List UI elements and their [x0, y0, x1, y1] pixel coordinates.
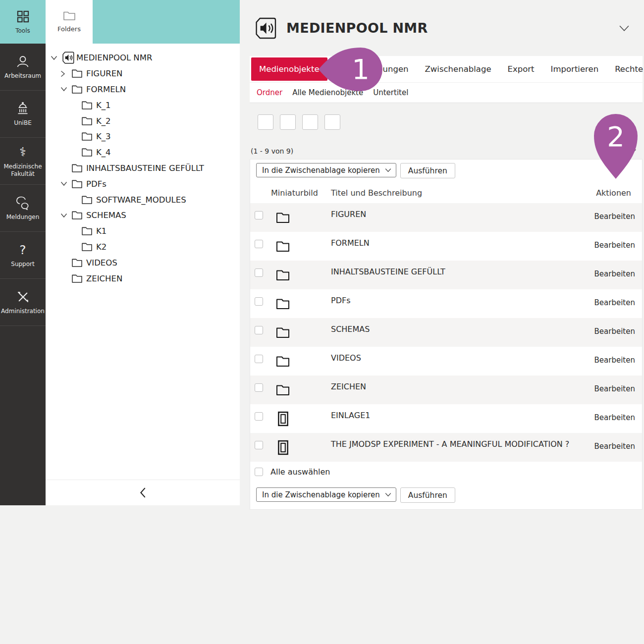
tree-item[interactable]: VIDEOS [46, 255, 240, 270]
tree-item[interactable]: MEDIENPOOL NMR [46, 50, 240, 66]
rail-item-label: UniBE [12, 119, 33, 127]
tree-item-label: MEDIENPOOL NMR [76, 53, 152, 62]
tree-item[interactable]: ZEICHEN [46, 270, 240, 286]
edit-link[interactable]: Bearbeiten [594, 241, 635, 250]
page-title: MEDIENPOOL NMR [286, 20, 428, 36]
action-button[interactable] [280, 114, 296, 130]
tree-item[interactable]: FIGUREN [46, 66, 240, 82]
row-title[interactable]: VIDEOS [331, 353, 361, 363]
tab[interactable]: ungen [383, 56, 409, 82]
edit-link[interactable]: Bearbeiten [594, 384, 635, 393]
tree-item[interactable]: PDFs [46, 176, 240, 192]
collapse-panel-icon[interactable] [140, 487, 146, 498]
rail-item[interactable]: ⚕ ? Arbeitsraum [0, 44, 46, 91]
folder-icon [63, 11, 76, 21]
row-checkbox[interactable] [255, 355, 263, 363]
tab[interactable]: Importieren [551, 56, 599, 82]
row-checkbox[interactable] [255, 268, 263, 277]
folder-icon [276, 356, 290, 367]
row-checkbox[interactable] [255, 412, 263, 421]
row-title[interactable]: THE JMODSP EXPERIMENT - A MEANINGFUL MOD… [331, 439, 569, 449]
folder-icon [71, 258, 83, 268]
rail-item[interactable]: ⚕ ? Tools [0, 0, 46, 44]
subtab[interactable]: Ordner [257, 88, 282, 97]
tree-item-label: SCHEMAS [86, 211, 126, 220]
row-checkbox[interactable] [255, 441, 263, 449]
tab[interactable]: Export [508, 56, 535, 82]
table-row: FORMELN Bearbeiten [250, 232, 642, 261]
rail-item-label: Administration [0, 308, 46, 315]
edit-link[interactable]: Bearbeiten [594, 413, 635, 422]
subtab[interactable]: Untertitel [373, 88, 408, 97]
action-button[interactable] [302, 114, 318, 130]
bulk-action-select[interactable]: In die Zwischenablage kopieren [256, 487, 396, 502]
edit-link[interactable]: Bearbeiten [594, 212, 635, 221]
tree-item[interactable]: SCHEMAS [46, 208, 240, 223]
tree-item[interactable]: K2 [46, 239, 240, 255]
tree-item[interactable]: K_4 [46, 145, 240, 161]
rail-item[interactable]: ⚕ ? Medizinische Fakultät [0, 138, 46, 185]
rail-item-label: Tools [14, 27, 32, 35]
rail-item[interactable]: ⚕ ? UniBE [0, 91, 46, 138]
folder-icon [71, 85, 83, 94]
action-button[interactable] [324, 114, 340, 130]
action-button[interactable] [258, 114, 273, 130]
edit-link[interactable]: Bearbeiten [594, 442, 635, 451]
edit-link[interactable]: Bearbeiten [594, 269, 635, 278]
tab[interactable]: Rechte [615, 56, 643, 82]
table-row: EINLAGE1 Bearbeiten [250, 404, 642, 433]
edit-link[interactable]: Bearbeiten [594, 356, 635, 365]
row-title[interactable]: FORMELN [331, 238, 370, 248]
document-icon [277, 440, 289, 455]
row-title[interactable]: SCHEMAS [331, 324, 370, 334]
row-title[interactable]: FIGUREN [331, 210, 366, 219]
chevron-down-icon[interactable] [619, 25, 630, 32]
bulk-action-selected-value: In die Zwischenablage kopieren [262, 166, 380, 175]
tree-item-label: PDFs [86, 179, 107, 189]
row-checkbox[interactable] [255, 240, 263, 248]
edit-link[interactable]: Bearbeiten [594, 298, 635, 307]
chevron-down-icon[interactable] [628, 149, 637, 154]
count-row: (1 - 9 von 9) [250, 146, 643, 156]
subtab[interactable]: Alle Medienobjekte [292, 88, 363, 97]
document-icon [277, 411, 289, 427]
row-title[interactable]: PDFs [331, 296, 351, 305]
rail-item[interactable]: ⚕ ? Meldungen [0, 185, 46, 232]
tab-folders[interactable]: Folders [46, 0, 93, 44]
tree-item[interactable]: K_2 [46, 113, 240, 129]
row-title[interactable]: ZEICHEN [331, 382, 366, 391]
row-title[interactable]: EINLAGE1 [331, 411, 370, 420]
bulk-action-bar-bottom: In die Zwischenablage kopieren Ausführen [250, 482, 642, 509]
table-row: INHALTSBAUSTEINE GEFÜLLT Bearbeiten [250, 261, 642, 289]
execute-button[interactable]: Ausführen [400, 163, 455, 178]
bulk-action-select[interactable]: In die Zwischenablage kopieren [256, 163, 396, 177]
tree-item[interactable]: K_3 [46, 129, 240, 145]
tab[interactable]: Zwischenablage [425, 56, 491, 82]
row-title[interactable]: INHALTSBAUSTEINE GEFÜLLT [331, 267, 445, 276]
row-checkbox[interactable] [255, 326, 263, 334]
edit-link[interactable]: Bearbeiten [594, 327, 635, 336]
grid-icon [16, 10, 30, 23]
column-header-title: Titel und Beschreibung [331, 188, 422, 198]
rail-item[interactable]: ⚕ ? Support [0, 232, 46, 279]
tree-item[interactable]: INHALTSBAUSTEINE GEFÜLLT [46, 161, 240, 176]
row-checkbox[interactable] [255, 211, 263, 219]
table-row: VIDEOS Bearbeiten [250, 347, 642, 376]
row-checkbox[interactable] [255, 383, 263, 392]
tree-item[interactable]: K_1 [46, 97, 240, 113]
row-checkbox[interactable] [255, 297, 263, 306]
select-all-checkbox[interactable] [255, 468, 263, 476]
tree-item-label: K_3 [96, 132, 111, 141]
tree-item[interactable]: FORMELN [46, 82, 240, 98]
rail-item[interactable]: ⚕ ? Administration [0, 279, 46, 326]
tab-label: ungen [383, 64, 409, 74]
mediapool-icon [254, 16, 277, 40]
tab-label: Export [508, 64, 535, 74]
tree-item[interactable]: SOFTWARE_MODULES [46, 192, 240, 208]
page-header: MEDIENPOOL NMR [250, 0, 643, 56]
tab[interactable]: Medienobjekte [251, 57, 327, 81]
tree-item[interactable]: K1 [46, 223, 240, 239]
execute-button[interactable]: Ausführen [400, 487, 455, 503]
table-row: THE JMODSP EXPERIMENT - A MEANINGFUL MOD… [250, 433, 642, 462]
bulk-action-bar-top: In die Zwischenablage kopieren Ausführen [250, 160, 642, 182]
